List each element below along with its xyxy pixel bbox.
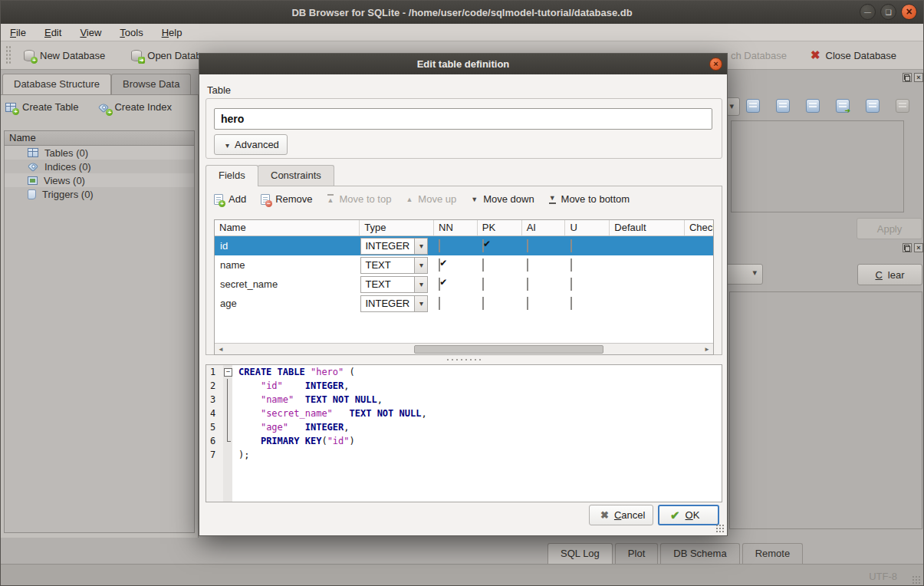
cancel-icon [600, 509, 609, 521]
pk-checkbox[interactable] [482, 239, 484, 252]
move-down-icon: ▼ [471, 196, 478, 203]
field-row-age[interactable]: age INTEGER [215, 294, 713, 313]
chevron-down-icon [415, 257, 428, 274]
dialog-resize-grip[interactable] [715, 524, 725, 533]
type-combo[interactable]: INTEGER [360, 295, 434, 312]
link-icon[interactable] [866, 99, 880, 113]
tab-database-structure[interactable]: Database Structure [2, 74, 111, 95]
scroll-right-icon[interactable] [702, 344, 712, 354]
save-icon[interactable] [806, 99, 820, 113]
nn-checkbox[interactable] [439, 278, 440, 291]
pk-checkbox[interactable] [482, 297, 484, 310]
ok-icon [670, 509, 680, 522]
field-row-secret-name[interactable]: secret_name TEXT [215, 275, 713, 294]
new-database-button[interactable]: New Database [18, 47, 111, 64]
fields-tab-frame: Add Remove ▲ Move to top ▲ Move up ▼ Mov… [206, 186, 722, 355]
u-checkbox[interactable] [571, 258, 572, 272]
menu-edit[interactable]: Edit [44, 27, 61, 38]
move-down-button[interactable]: ▼ Move down [471, 193, 534, 205]
scroll-left-icon[interactable] [215, 344, 226, 354]
close-database-button[interactable]: Close Database [804, 45, 903, 65]
clear-button[interactable]: Clear [857, 264, 922, 285]
create-table-button[interactable]: Create Table [5, 101, 78, 113]
tab-sql-log[interactable]: SQL Log [547, 543, 613, 564]
table-name-input[interactable] [214, 108, 712, 130]
sql-log-filter-combo[interactable] [725, 264, 763, 285]
import-icon[interactable] [776, 99, 790, 113]
sql-log-area[interactable] [729, 291, 922, 529]
dialog-titlebar[interactable]: Edit table definition [199, 54, 727, 74]
tree-item-indices[interactable]: Indices (0) [5, 160, 194, 173]
apply-button: Apply [857, 218, 922, 239]
minimize-button[interactable] [860, 4, 876, 20]
cell-mode-combo-fragment[interactable] [726, 97, 740, 116]
move-to-bottom-button[interactable]: ▼ Move to bottom [549, 193, 630, 205]
maximize-button[interactable] [880, 4, 896, 20]
export-icon[interactable] [836, 99, 850, 113]
splitter-handle[interactable] [446, 358, 481, 361]
table-groupbox: Advanced [206, 98, 722, 159]
type-combo[interactable]: INTEGER [360, 238, 434, 255]
pk-checkbox[interactable] [482, 278, 484, 291]
close-database-icon [811, 48, 820, 62]
tree-header-name[interactable]: Name [5, 131, 194, 146]
chevron-down-icon [415, 238, 428, 255]
tree-item-tables[interactable]: Tables (0) [5, 146, 194, 160]
field-row-id[interactable]: id INTEGER [215, 236, 713, 255]
menu-help[interactable]: Help [162, 27, 182, 38]
create-index-button[interactable]: Create Index [98, 101, 171, 113]
titlebar[interactable]: DB Browser for SQLite - /home/user/code/… [1, 1, 923, 24]
float-dock-icon[interactable] [903, 73, 912, 82]
toolbar-drag-handle[interactable] [5, 45, 12, 65]
tree-item-views[interactable]: Views (0) [5, 173, 194, 187]
database-structure-panel: Create Table Create Index Name Tables (0… [1, 94, 199, 538]
tab-browse-data[interactable]: Browse Data [111, 74, 191, 95]
cell-editor-area[interactable] [731, 120, 904, 212]
dialog-close-button[interactable] [709, 58, 722, 71]
close-dock-icon[interactable] [914, 73, 923, 82]
nn-checkbox[interactable] [439, 239, 440, 252]
u-checkbox[interactable] [571, 239, 572, 252]
u-checkbox[interactable] [571, 278, 572, 291]
close-window-button[interactable] [901, 4, 917, 20]
fields-toolbar: Add Remove ▲ Move to top ▲ Move up ▼ Mov… [206, 186, 722, 205]
tab-plot[interactable]: Plot [615, 543, 658, 564]
field-row-name[interactable]: name TEXT [215, 255, 713, 275]
type-combo[interactable]: TEXT [360, 276, 434, 293]
sql-preview[interactable]: 1CREATE TABLE "hero" (2 "id" INTEGER,3 "… [206, 364, 722, 502]
ok-button[interactable]: OK [658, 505, 719, 525]
u-checkbox[interactable] [571, 297, 572, 310]
advanced-button[interactable]: Advanced [214, 134, 288, 155]
float-dock-icon[interactable] [903, 243, 912, 252]
remove-field-button[interactable]: Remove [261, 193, 312, 205]
tab-constraints[interactable]: Constraints [258, 165, 334, 186]
pk-checkbox[interactable] [482, 258, 484, 272]
cancel-button[interactable]: Cancel [589, 505, 653, 525]
tab-db-schema[interactable]: DB Schema [660, 543, 739, 564]
table-label: Table [207, 84, 231, 96]
nn-checkbox[interactable] [439, 297, 440, 310]
move-to-top-button: ▲ Move to top [327, 193, 392, 205]
type-combo[interactable]: TEXT [360, 257, 434, 274]
menu-view[interactable]: View [80, 27, 101, 38]
tab-fields[interactable]: Fields [206, 165, 258, 186]
ai-checkbox[interactable] [527, 258, 528, 272]
word-wrap-icon[interactable] [746, 99, 760, 113]
chevron-down-icon [415, 295, 428, 312]
ai-checkbox[interactable] [527, 239, 528, 252]
ai-checkbox[interactable] [527, 278, 528, 291]
menu-tools[interactable]: Tools [120, 27, 143, 38]
tree-item-triggers[interactable]: Triggers (0) [5, 187, 194, 201]
move-up-button: ▲ Move up [406, 193, 456, 205]
tab-remote[interactable]: Remote [742, 543, 804, 564]
tag-icon [28, 161, 38, 172]
ai-checkbox[interactable] [527, 297, 528, 310]
menu-file[interactable]: File [10, 27, 26, 38]
horizontal-scrollbar[interactable] [215, 343, 713, 354]
schema-tree: Name Tables (0) Indices (0) Views (0) Tr… [4, 130, 195, 533]
close-dock-icon[interactable] [914, 243, 923, 252]
scrollbar-thumb[interactable] [414, 345, 603, 354]
add-field-button[interactable]: Add [214, 193, 246, 205]
nn-checkbox[interactable] [439, 258, 440, 272]
resize-grip[interactable] [912, 575, 921, 584]
